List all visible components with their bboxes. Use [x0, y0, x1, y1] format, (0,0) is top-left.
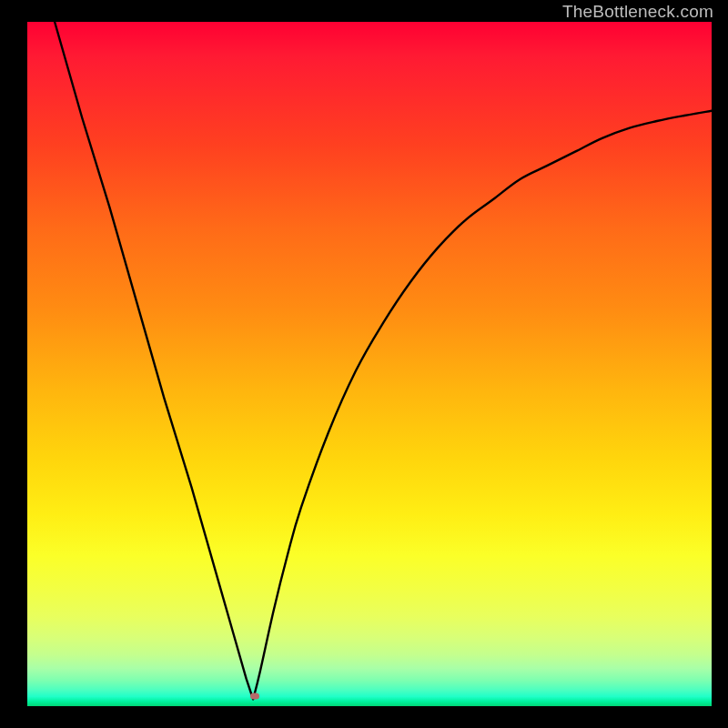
watermark-text: TheBottleneck.com — [562, 2, 713, 22]
plot-area — [27, 22, 712, 706]
optimum-marker — [250, 693, 259, 699]
chart-frame: TheBottleneck.com — [0, 0, 728, 728]
bottleneck-curve — [27, 22, 712, 706]
